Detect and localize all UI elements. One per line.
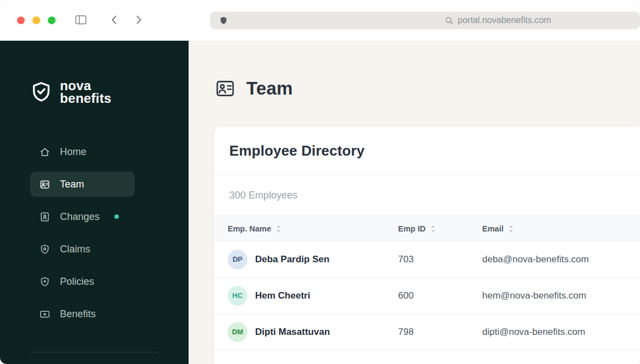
- sidebar-item-changes[interactable]: Changes: [30, 204, 135, 229]
- sidebar-item-team[interactable]: Team: [30, 172, 135, 197]
- table-header-row: Emp. Name Emp ID Email: [214, 216, 640, 241]
- search-icon: [445, 16, 454, 25]
- avatar: DP: [228, 250, 247, 269]
- table-row[interactable]: HC Hem Cheetri 600 hem@nova-benefits.com: [214, 278, 640, 314]
- employee-directory-card: Employee Directory 300 Employees Emp. Na…: [214, 126, 640, 364]
- sidebar-toggle-icon: [74, 13, 87, 28]
- logo-wordmark: nova benefits: [60, 79, 112, 104]
- minimize-window-button[interactable]: [32, 16, 40, 24]
- sidebar-item-label: Home: [60, 146, 86, 158]
- card-title: Employee Directory: [229, 142, 625, 159]
- avatar: DM: [228, 322, 247, 342]
- team-badge-icon: [214, 77, 236, 100]
- address-bar[interactable]: portal.novabenefits.com: [210, 12, 640, 29]
- page-header: Team: [214, 77, 640, 100]
- sidebar-nav: Home Team Changes: [0, 139, 189, 327]
- shield-plus-icon: [38, 276, 51, 288]
- logo-word-benefits: benefits: [60, 91, 112, 106]
- page-title: Team: [246, 78, 293, 99]
- name-cell: DP Deba Pardip Sen: [228, 250, 398, 269]
- changes-notification-dot: [114, 214, 119, 219]
- card-header: Employee Directory: [214, 126, 640, 174]
- forward-button[interactable]: [133, 14, 145, 27]
- main-content: Team Employee Directory 300 Employees Em…: [189, 41, 640, 364]
- sidebar-item-label: Benefits: [60, 308, 96, 320]
- sidebar-item-home[interactable]: Home: [30, 139, 135, 164]
- logo-shield-icon: [30, 80, 52, 103]
- url-text: portal.novabenefits.com: [458, 15, 551, 25]
- sidebar-item-label: Claims: [60, 244, 90, 255]
- employee-id: 600: [398, 290, 482, 301]
- sidebar-toggle-button[interactable]: [74, 13, 87, 28]
- name-cell: DM Dipti Masattuvan: [228, 322, 398, 342]
- sidebar-divider: [30, 352, 158, 352]
- sort-icon: [509, 225, 514, 233]
- chevron-left-icon: [108, 14, 120, 27]
- sidebar: nova benefits Home Team: [0, 41, 189, 364]
- close-window-button[interactable]: [17, 16, 25, 24]
- employee-name: Hem Cheetri: [255, 290, 310, 301]
- logo: nova benefits: [30, 79, 189, 104]
- window-controls: [17, 16, 56, 24]
- ticket-star-icon: [38, 308, 51, 320]
- shield-dot-icon: [38, 244, 51, 255]
- column-header-emp-id[interactable]: Emp ID: [398, 224, 482, 233]
- employee-count: 300 Employees: [229, 190, 297, 201]
- employee-email: dipti@nova-benefits.com: [482, 327, 640, 338]
- name-cell: HC Hem Cheetri: [228, 286, 398, 306]
- browser-window: portal.novabenefits.com nova benefits: [0, 0, 640, 364]
- id-badge-icon: [38, 179, 51, 190]
- sidebar-item-label: Policies: [60, 276, 94, 288]
- sort-icon: [431, 225, 435, 233]
- table-row[interactable]: DM Dipti Masattuvan 798 dipti@nova-benef…: [214, 314, 640, 350]
- employee-id: 703: [398, 254, 482, 265]
- sort-icon: [276, 225, 281, 233]
- employee-name: Dipti Masattuvan: [255, 327, 330, 338]
- employee-email: deba@nova-benefits.com: [482, 254, 640, 265]
- column-header-email[interactable]: Email: [482, 224, 640, 233]
- privacy-shield-icon: [219, 15, 228, 26]
- column-label: Emp. Name: [228, 224, 271, 233]
- column-header-emp-name[interactable]: Emp. Name: [228, 224, 398, 233]
- zoom-window-button[interactable]: [48, 16, 56, 24]
- sidebar-item-policies[interactable]: Policies: [30, 269, 135, 294]
- employee-id: 798: [398, 327, 482, 338]
- table-body: DP Deba Pardip Sen 703 deba@nova-benefit…: [214, 241, 640, 350]
- sidebar-item-claims[interactable]: Claims: [30, 236, 135, 262]
- sidebar-item-label: Team: [60, 179, 84, 190]
- sidebar-item-label: Changes: [60, 211, 100, 223]
- home-icon: [38, 146, 51, 158]
- person-card-icon: [38, 211, 51, 223]
- employee-count-row: 300 Employees: [214, 174, 640, 216]
- table-row[interactable]: DP Deba Pardip Sen 703 deba@nova-benefit…: [214, 241, 640, 278]
- address-bar-content: portal.novabenefits.com: [445, 15, 551, 25]
- column-label: Emp ID: [398, 224, 426, 233]
- avatar: HC: [228, 286, 247, 306]
- back-button[interactable]: [108, 14, 120, 27]
- column-label: Email: [482, 224, 504, 233]
- chevron-right-icon: [133, 14, 145, 27]
- employee-name: Deba Pardip Sen: [255, 254, 329, 265]
- browser-chrome: portal.novabenefits.com: [0, 0, 640, 41]
- employee-email: hem@nova-benefits.com: [482, 290, 640, 301]
- sidebar-item-benefits[interactable]: Benefits: [30, 301, 135, 327]
